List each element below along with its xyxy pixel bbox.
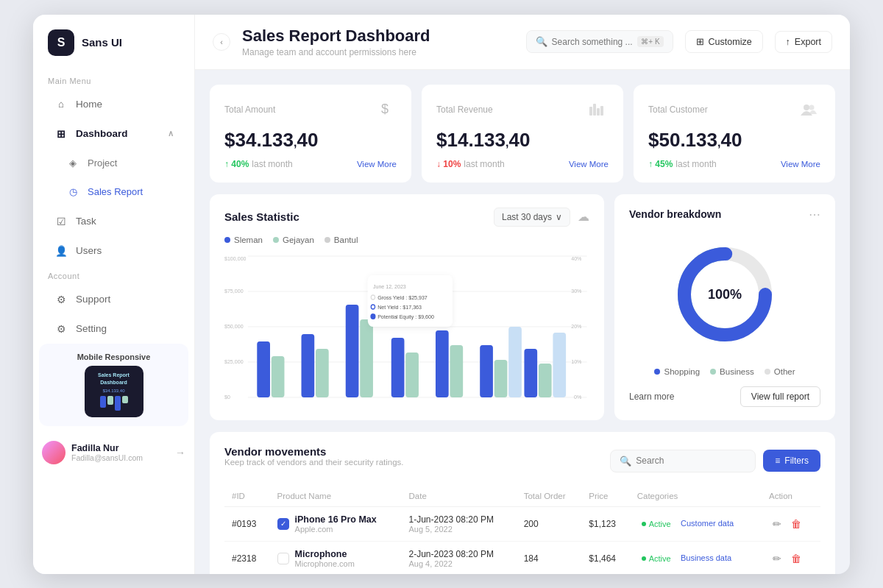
- view-full-report-button[interactable]: View full report: [740, 386, 820, 407]
- svg-rect-20: [346, 305, 359, 397]
- edit-button-0[interactable]: ✏: [769, 516, 785, 532]
- layers-icon: ◈: [65, 156, 80, 171]
- legend-sleman: Sleman: [224, 235, 263, 244]
- col-total-order: Total Order: [517, 486, 582, 507]
- col-date: Date: [401, 486, 516, 507]
- page-subtitle: Manage team and account permissions here: [242, 47, 514, 57]
- svg-rect-2: [597, 108, 600, 116]
- movements-search-box[interactable]: 🔍: [610, 450, 756, 472]
- kpi-change-2: ↑ 45% last month: [648, 159, 717, 169]
- search-icon: 🔍: [536, 36, 547, 47]
- search-icon: 🔍: [620, 456, 631, 467]
- sidebar-item-setting[interactable]: ⚙ Setting: [39, 315, 188, 343]
- logo-area: S Sans UI: [33, 29, 194, 71]
- table-row: #0193 ✓ iPhone 16 Pro Max Apple.com: [224, 506, 820, 541]
- period-label: Last 30 days: [502, 212, 552, 222]
- kpi-value-1: $14.133,40: [436, 129, 609, 152]
- sidebar: S Sans UI Main Menu ⌂ Home ⊞ Dashboard ∧…: [33, 15, 195, 574]
- search-input[interactable]: [552, 37, 634, 47]
- kpi-view-more-0[interactable]: View More: [357, 160, 397, 169]
- customize-button[interactable]: ⊞ Customize: [685, 30, 763, 53]
- kpi-card-total-revenue: Total Revenue $14.133,40: [422, 85, 623, 183]
- dollar-icon: $: [373, 98, 397, 121]
- learn-more-link[interactable]: Learn more: [629, 392, 674, 402]
- category-tag-0[interactable]: Customer data: [678, 517, 737, 529]
- row-id-1: #2318: [224, 541, 270, 574]
- logo-text: Sans UI: [82, 36, 122, 49]
- svg-point-28: [370, 314, 375, 319]
- chart-controls: Last 30 days ∨ ☁: [494, 208, 589, 227]
- delete-button-1[interactable]: 🗑: [787, 550, 805, 567]
- col-product-name: Product Name: [270, 486, 402, 507]
- sidebar-item-project[interactable]: ◈ Project: [51, 149, 188, 177]
- row-checkbox-1[interactable]: [277, 553, 289, 564]
- customize-label: Customize: [709, 37, 752, 47]
- account-menu-label: Account: [33, 266, 194, 285]
- more-options-icon[interactable]: ⋯: [809, 208, 820, 222]
- delete-button-0[interactable]: 🗑: [787, 516, 805, 532]
- sidebar-support-label: Support: [76, 294, 110, 305]
- chart-svg: $0 $25,000 $50,000 $75,000 $100,000: [224, 253, 589, 400]
- legend-business-label: Business: [720, 367, 754, 376]
- kpi-label-2: Total Customer: [648, 105, 708, 115]
- svg-rect-33: [450, 345, 463, 397]
- row-date-1: 2-Jun-2023 08:20 PM Aug 4, 2022: [401, 541, 516, 574]
- legend-gejayan-label: Gejayan: [283, 235, 314, 244]
- mobile-promo-widget: Mobile Responsive Sales Report Dashboard…: [39, 344, 188, 426]
- movements-search-input[interactable]: [636, 456, 746, 466]
- svg-text:10%: 10%: [571, 358, 581, 365]
- sidebar-item-users[interactable]: 👤 Users: [39, 237, 188, 265]
- sidebar-users-label: Users: [76, 245, 102, 256]
- task-icon: ☑: [54, 214, 68, 229]
- kpi-value-2: $50.133,40: [648, 129, 820, 152]
- kpi-view-more-2[interactable]: View More: [781, 160, 820, 169]
- export-button[interactable]: ↑ Export: [775, 31, 832, 53]
- legend-gejayan: Gejayan: [273, 235, 314, 244]
- sidebar-item-sales-report[interactable]: ◷ Sales Report: [51, 178, 188, 206]
- row-id-0: #0193: [224, 506, 270, 541]
- sidebar-item-task[interactable]: ☑ Task: [39, 208, 188, 235]
- row-checkbox-0[interactable]: ✓: [277, 518, 289, 530]
- page-title: Sales Report Dashboard: [242, 26, 514, 46]
- svg-text:Net Yield : $17,363: Net Yield : $17,363: [377, 303, 422, 311]
- svg-rect-32: [436, 330, 449, 397]
- logout-icon[interactable]: →: [175, 447, 185, 458]
- kpi-label-0: Total Amount: [224, 105, 275, 115]
- sidebar-collapse-button[interactable]: ‹: [213, 33, 230, 51]
- header-search-box[interactable]: 🔍 ⌘+ K: [526, 30, 673, 53]
- filters-label: Filters: [784, 456, 809, 466]
- export-icon: ↑: [786, 37, 790, 47]
- svg-text:$25,000: $25,000: [224, 358, 244, 365]
- sidebar-home-label: Home: [76, 99, 102, 110]
- svg-text:40%: 40%: [571, 255, 581, 262]
- legend-other-label: Other: [774, 367, 795, 376]
- main-menu-label: Main Menu: [33, 71, 194, 90]
- kpi-view-more-1[interactable]: View More: [569, 160, 609, 169]
- row-action-1: ✏ 🗑: [762, 541, 820, 574]
- edit-button-1[interactable]: ✏: [769, 550, 785, 567]
- sidebar-item-support[interactable]: ⚙ Support: [39, 286, 188, 314]
- sidebar-setting-label: Setting: [76, 323, 107, 334]
- cloud-upload-icon[interactable]: ☁: [578, 210, 589, 224]
- customize-icon: ⊞: [696, 36, 704, 47]
- sidebar-item-home[interactable]: ⌂ Home: [39, 91, 188, 118]
- user-info: Fadilla Nur Fadilla@sansUI.com: [71, 443, 169, 462]
- export-label: Export: [795, 37, 821, 47]
- movements-controls: 🔍 ≡ Filters: [610, 450, 820, 472]
- legend-bantul: Bantul: [325, 235, 358, 244]
- sidebar-task-label: Task: [76, 216, 96, 227]
- filters-button[interactable]: ≡ Filters: [763, 450, 820, 472]
- vendor-legend: Shopping Business Other: [629, 367, 820, 376]
- mobile-mockup: Sales Report Dashboard $34.133,40: [85, 366, 143, 417]
- svg-rect-1: [593, 104, 596, 116]
- period-select[interactable]: Last 30 days ∨: [494, 208, 570, 227]
- svg-rect-0: [589, 107, 592, 116]
- row-product-1: Microphone Microphone.com: [270, 541, 402, 574]
- movements-title: Vendor movements: [224, 445, 404, 458]
- sidebar-item-dashboard[interactable]: ⊞ Dashboard ∧: [39, 120, 188, 148]
- legend-other: Other: [765, 367, 795, 376]
- sidebar-sales-label: Sales Report: [88, 186, 143, 197]
- vendor-footer: Learn more View full report: [629, 386, 820, 407]
- kpi-value-0: $34.133,40: [224, 129, 397, 152]
- category-tag-1[interactable]: Business data: [678, 552, 734, 564]
